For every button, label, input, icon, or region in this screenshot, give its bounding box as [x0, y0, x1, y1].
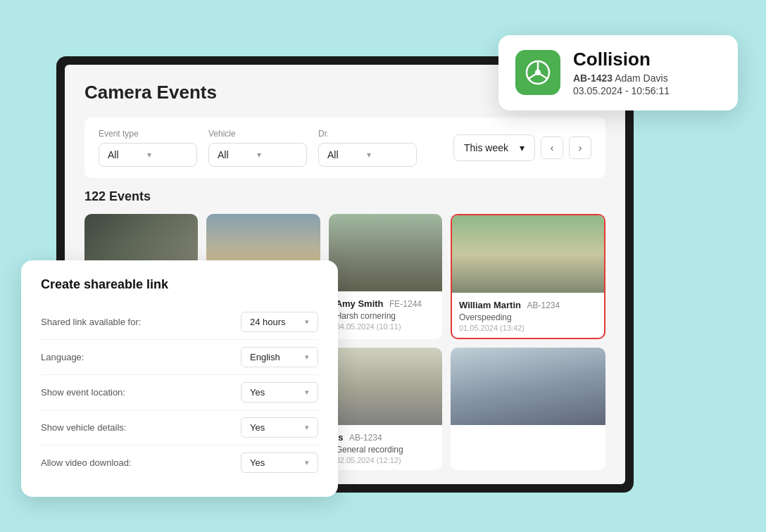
- event-driver: William Martin: [459, 300, 521, 310]
- location-label: Show event location:: [41, 387, 125, 398]
- availability-select[interactable]: 24 hours ▾: [241, 312, 318, 332]
- collision-card: Collision AB-1423 Adam Davis 03.05.2024 …: [498, 35, 738, 110]
- event-plate: FE-1244: [389, 299, 422, 309]
- shareable-row-vehicle: Show vehicle details: Yes ▾: [41, 410, 318, 445]
- svg-line-3: [529, 75, 536, 79]
- events-count: 122 Events: [84, 189, 605, 204]
- language-label: Language:: [41, 352, 84, 362]
- chevron-down-icon: ▾: [305, 353, 309, 362]
- time-select[interactable]: This week ▾: [453, 134, 535, 161]
- collision-date: 03.05.2024 - 10:56:11: [573, 85, 670, 96]
- driver-select[interactable]: All ▾: [318, 143, 417, 167]
- vehicle-details-select[interactable]: Yes ▾: [241, 417, 318, 438]
- location-select[interactable]: Yes ▾: [241, 382, 318, 403]
- event-driver: Amy Smith: [336, 298, 384, 309]
- event-card[interactable]: is AB-1234 General recording 02.05.2024 …: [329, 348, 442, 470]
- shareable-title: Create shareable link: [41, 277, 318, 292]
- download-value: Yes: [250, 457, 265, 468]
- availability-label: Shared link available for:: [41, 317, 141, 327]
- event-thumbnail: [452, 215, 604, 293]
- collision-driver: Adam Davis: [615, 72, 667, 84]
- event-date: 01.05.2024 (13:42): [459, 324, 597, 332]
- language-select[interactable]: English ▾: [241, 347, 318, 367]
- prev-button[interactable]: ‹: [541, 137, 563, 159]
- vehicle-select[interactable]: All ▾: [208, 143, 307, 167]
- event-type-select[interactable]: All ▾: [99, 143, 197, 167]
- filter-group-driver: Dr. All ▾: [318, 129, 417, 167]
- event-type: Harsh cornering: [336, 311, 435, 321]
- location-value: Yes: [250, 387, 265, 398]
- event-date: 04.05.2024 (10:11): [336, 322, 435, 331]
- download-label: Allow video download:: [41, 457, 132, 468]
- filter-group-vehicle: Vehicle All ▾: [208, 129, 307, 167]
- event-date: 02.05.2024 (12:12): [336, 456, 435, 464]
- collision-title: Collision: [573, 49, 670, 70]
- shareable-row-download: Allow video download: Yes ▾: [41, 445, 318, 480]
- time-filter: This week ▾ ‹ ›: [453, 134, 591, 161]
- event-card-highlighted[interactable]: William Martin AB-1234 Overspeeding 01.0…: [451, 214, 605, 339]
- driver-label: Dr.: [318, 129, 417, 139]
- vehicle-details-label: Show vehicle details:: [41, 422, 126, 433]
- filter-group-event-type: Event type All ▾: [99, 129, 197, 167]
- event-type: General recording: [336, 445, 435, 455]
- chevron-down-icon: ▾: [305, 423, 309, 432]
- availability-value: 24 hours: [250, 317, 286, 327]
- vehicle-label: Vehicle: [208, 129, 307, 139]
- svg-line-4: [541, 75, 547, 79]
- shareable-row-language: Language: English ▾: [41, 340, 318, 375]
- chevron-down-icon: ▾: [305, 317, 309, 327]
- chevron-down-icon: ▾: [147, 150, 151, 160]
- shareable-link-card: Create shareable link Shared link availa…: [21, 260, 338, 497]
- event-type-label: Event type: [99, 129, 197, 139]
- chevron-down-icon: ▾: [305, 388, 309, 397]
- event-thumbnail: [451, 348, 605, 425]
- collision-plate: AB-1423: [573, 72, 613, 84]
- event-thumbnail: [329, 214, 442, 291]
- event-card[interactable]: Amy Smith FE-1244 Harsh cornering 04.05.…: [329, 214, 442, 339]
- chevron-down-icon: ▾: [257, 150, 261, 160]
- shareable-row-availability: Shared link available for: 24 hours ▾: [41, 305, 318, 340]
- language-value: English: [250, 352, 280, 362]
- chevron-down-icon: ▾: [305, 458, 309, 467]
- event-info: William Martin AB-1234 Overspeeding 01.0…: [452, 293, 604, 338]
- next-button[interactable]: ›: [569, 137, 591, 159]
- collision-info: Collision AB-1423 Adam Davis 03.05.2024 …: [573, 49, 670, 96]
- event-info: is AB-1234 General recording 02.05.2024 …: [329, 425, 442, 470]
- collision-sub: AB-1423 Adam Davis: [573, 72, 670, 84]
- vehicle-details-value: Yes: [250, 422, 265, 433]
- chevron-down-icon: ▾: [520, 142, 525, 153]
- event-plate: AB-1234: [527, 300, 560, 310]
- event-type: Overspeeding: [459, 312, 597, 322]
- event-info: Amy Smith FE-1244 Harsh cornering 04.05.…: [329, 291, 442, 336]
- shareable-row-location: Show event location: Yes ▾: [41, 375, 318, 410]
- event-plate: AB-1234: [349, 433, 382, 443]
- event-thumbnail: [329, 348, 442, 425]
- event-info: [451, 425, 605, 438]
- event-card[interactable]: [451, 348, 605, 470]
- collision-icon: [515, 50, 560, 95]
- download-select[interactable]: Yes ▾: [241, 452, 318, 473]
- filters-bar: Event type All ▾ Vehicle All ▾ Dr.: [84, 118, 605, 178]
- chevron-down-icon: ▾: [367, 150, 371, 160]
- steering-wheel-icon: [525, 60, 551, 85]
